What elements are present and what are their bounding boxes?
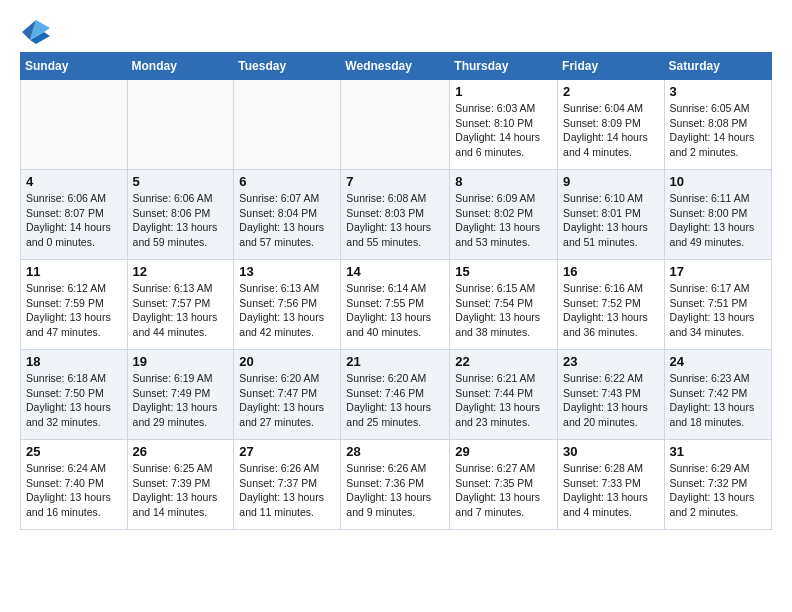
calendar-cell: 12Sunrise: 6:13 AM Sunset: 7:57 PM Dayli… [127,260,234,350]
weekday-header: Monday [127,53,234,80]
calendar-body: 1Sunrise: 6:03 AM Sunset: 8:10 PM Daylig… [21,80,772,530]
calendar-cell [127,80,234,170]
calendar-cell: 25Sunrise: 6:24 AM Sunset: 7:40 PM Dayli… [21,440,128,530]
calendar-cell: 16Sunrise: 6:16 AM Sunset: 7:52 PM Dayli… [558,260,665,350]
calendar-cell: 23Sunrise: 6:22 AM Sunset: 7:43 PM Dayli… [558,350,665,440]
day-info: Sunrise: 6:13 AM Sunset: 7:56 PM Dayligh… [239,281,335,340]
calendar-cell: 22Sunrise: 6:21 AM Sunset: 7:44 PM Dayli… [450,350,558,440]
day-number: 20 [239,354,335,369]
day-number: 15 [455,264,552,279]
calendar-cell: 9Sunrise: 6:10 AM Sunset: 8:01 PM Daylig… [558,170,665,260]
calendar-cell: 11Sunrise: 6:12 AM Sunset: 7:59 PM Dayli… [21,260,128,350]
calendar-cell: 21Sunrise: 6:20 AM Sunset: 7:46 PM Dayli… [341,350,450,440]
day-number: 7 [346,174,444,189]
calendar-week-row: 4Sunrise: 6:06 AM Sunset: 8:07 PM Daylig… [21,170,772,260]
day-number: 14 [346,264,444,279]
day-number: 25 [26,444,122,459]
calendar-cell: 15Sunrise: 6:15 AM Sunset: 7:54 PM Dayli… [450,260,558,350]
day-number: 6 [239,174,335,189]
day-number: 30 [563,444,659,459]
calendar-week-row: 1Sunrise: 6:03 AM Sunset: 8:10 PM Daylig… [21,80,772,170]
day-info: Sunrise: 6:07 AM Sunset: 8:04 PM Dayligh… [239,191,335,250]
day-number: 5 [133,174,229,189]
day-info: Sunrise: 6:15 AM Sunset: 7:54 PM Dayligh… [455,281,552,340]
day-number: 18 [26,354,122,369]
day-info: Sunrise: 6:23 AM Sunset: 7:42 PM Dayligh… [670,371,766,430]
calendar-week-row: 11Sunrise: 6:12 AM Sunset: 7:59 PM Dayli… [21,260,772,350]
calendar-cell: 20Sunrise: 6:20 AM Sunset: 7:47 PM Dayli… [234,350,341,440]
weekday-header: Friday [558,53,665,80]
day-number: 17 [670,264,766,279]
day-info: Sunrise: 6:08 AM Sunset: 8:03 PM Dayligh… [346,191,444,250]
calendar-cell: 8Sunrise: 6:09 AM Sunset: 8:02 PM Daylig… [450,170,558,260]
calendar-cell: 18Sunrise: 6:18 AM Sunset: 7:50 PM Dayli… [21,350,128,440]
page-header [20,16,772,44]
calendar-cell: 28Sunrise: 6:26 AM Sunset: 7:36 PM Dayli… [341,440,450,530]
day-info: Sunrise: 6:10 AM Sunset: 8:01 PM Dayligh… [563,191,659,250]
calendar-week-row: 25Sunrise: 6:24 AM Sunset: 7:40 PM Dayli… [21,440,772,530]
calendar-cell: 14Sunrise: 6:14 AM Sunset: 7:55 PM Dayli… [341,260,450,350]
calendar-cell: 6Sunrise: 6:07 AM Sunset: 8:04 PM Daylig… [234,170,341,260]
weekday-header: Thursday [450,53,558,80]
day-info: Sunrise: 6:29 AM Sunset: 7:32 PM Dayligh… [670,461,766,520]
day-info: Sunrise: 6:16 AM Sunset: 7:52 PM Dayligh… [563,281,659,340]
day-number: 13 [239,264,335,279]
day-number: 12 [133,264,229,279]
calendar-cell: 30Sunrise: 6:28 AM Sunset: 7:33 PM Dayli… [558,440,665,530]
day-info: Sunrise: 6:14 AM Sunset: 7:55 PM Dayligh… [346,281,444,340]
day-number: 27 [239,444,335,459]
day-number: 26 [133,444,229,459]
day-info: Sunrise: 6:03 AM Sunset: 8:10 PM Dayligh… [455,101,552,160]
day-number: 21 [346,354,444,369]
day-info: Sunrise: 6:28 AM Sunset: 7:33 PM Dayligh… [563,461,659,520]
day-info: Sunrise: 6:12 AM Sunset: 7:59 PM Dayligh… [26,281,122,340]
day-number: 28 [346,444,444,459]
day-number: 23 [563,354,659,369]
day-info: Sunrise: 6:06 AM Sunset: 8:06 PM Dayligh… [133,191,229,250]
calendar-cell: 10Sunrise: 6:11 AM Sunset: 8:00 PM Dayli… [664,170,771,260]
day-info: Sunrise: 6:20 AM Sunset: 7:46 PM Dayligh… [346,371,444,430]
day-number: 3 [670,84,766,99]
calendar-cell: 3Sunrise: 6:05 AM Sunset: 8:08 PM Daylig… [664,80,771,170]
day-number: 8 [455,174,552,189]
weekday-header: Tuesday [234,53,341,80]
day-number: 22 [455,354,552,369]
day-number: 9 [563,174,659,189]
day-number: 2 [563,84,659,99]
day-info: Sunrise: 6:09 AM Sunset: 8:02 PM Dayligh… [455,191,552,250]
calendar-cell: 19Sunrise: 6:19 AM Sunset: 7:49 PM Dayli… [127,350,234,440]
day-number: 29 [455,444,552,459]
day-number: 11 [26,264,122,279]
calendar-cell: 4Sunrise: 6:06 AM Sunset: 8:07 PM Daylig… [21,170,128,260]
calendar-cell: 31Sunrise: 6:29 AM Sunset: 7:32 PM Dayli… [664,440,771,530]
day-info: Sunrise: 6:18 AM Sunset: 7:50 PM Dayligh… [26,371,122,430]
calendar-cell: 1Sunrise: 6:03 AM Sunset: 8:10 PM Daylig… [450,80,558,170]
day-number: 24 [670,354,766,369]
day-info: Sunrise: 6:21 AM Sunset: 7:44 PM Dayligh… [455,371,552,430]
day-number: 31 [670,444,766,459]
day-info: Sunrise: 6:26 AM Sunset: 7:37 PM Dayligh… [239,461,335,520]
calendar-cell: 24Sunrise: 6:23 AM Sunset: 7:42 PM Dayli… [664,350,771,440]
day-number: 4 [26,174,122,189]
day-info: Sunrise: 6:19 AM Sunset: 7:49 PM Dayligh… [133,371,229,430]
day-info: Sunrise: 6:27 AM Sunset: 7:35 PM Dayligh… [455,461,552,520]
day-number: 16 [563,264,659,279]
weekday-header: Saturday [664,53,771,80]
day-info: Sunrise: 6:22 AM Sunset: 7:43 PM Dayligh… [563,371,659,430]
day-number: 1 [455,84,552,99]
weekday-header: Sunday [21,53,128,80]
calendar-cell [21,80,128,170]
day-info: Sunrise: 6:05 AM Sunset: 8:08 PM Dayligh… [670,101,766,160]
calendar-cell [234,80,341,170]
calendar-cell [341,80,450,170]
day-number: 19 [133,354,229,369]
logo-icon [22,16,50,44]
calendar-header-row: SundayMondayTuesdayWednesdayThursdayFrid… [21,53,772,80]
calendar-cell: 17Sunrise: 6:17 AM Sunset: 7:51 PM Dayli… [664,260,771,350]
weekday-header: Wednesday [341,53,450,80]
calendar-cell: 7Sunrise: 6:08 AM Sunset: 8:03 PM Daylig… [341,170,450,260]
calendar-cell: 2Sunrise: 6:04 AM Sunset: 8:09 PM Daylig… [558,80,665,170]
day-info: Sunrise: 6:13 AM Sunset: 7:57 PM Dayligh… [133,281,229,340]
day-info: Sunrise: 6:26 AM Sunset: 7:36 PM Dayligh… [346,461,444,520]
calendar-cell: 27Sunrise: 6:26 AM Sunset: 7:37 PM Dayli… [234,440,341,530]
